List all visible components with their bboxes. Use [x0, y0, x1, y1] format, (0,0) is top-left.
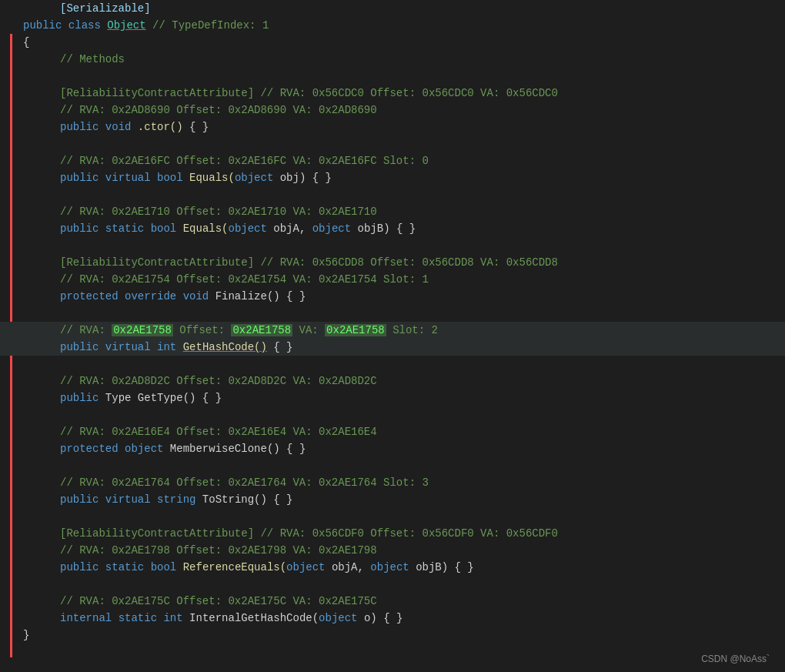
token: protected [60, 443, 119, 455]
code-line [0, 237, 785, 254]
line-content [23, 409, 60, 421]
code-line: // RVA: 0x2AE1798 Offset: 0x2AE1798 VA: … [0, 542, 785, 559]
token: VA: [292, 324, 325, 336]
code-line: // RVA: 0x2AE16E4 Offset: 0x2AE16E4 VA: … [0, 423, 785, 440]
line-content: public static bool ReferenceEquals(objec… [23, 561, 474, 573]
code-line: public Type GetType() { } [0, 389, 785, 406]
line-content [23, 358, 60, 370]
code-line: { [0, 34, 785, 51]
code-line: protected object MemberwiseClone() { } [0, 440, 785, 457]
token: // RVA: [60, 324, 112, 336]
code-line: public virtual int GetHashCode() { } [0, 339, 785, 356]
code-line: public static bool Equals(object objA, o… [0, 220, 785, 237]
code-line: // RVA: 0x2AD8690 Offset: 0x2AD8690 VA: … [0, 102, 785, 119]
token: // RVA: 0x2AE16FC Offset: 0x2AE16FC VA: … [60, 155, 429, 167]
token: // RVA: 0x2AE175C Offset: 0x2AE175C VA: … [60, 595, 377, 607]
line-content [23, 138, 60, 150]
token [99, 222, 105, 235]
token: { } [183, 121, 209, 133]
token: internal [60, 612, 112, 624]
token: ToString() { } [195, 493, 292, 506]
line-content: [Serializable] [23, 2, 151, 15]
token: // TypeDefIndex: 1 [146, 19, 269, 32]
token [176, 222, 182, 235]
code-line: protected override void Finalize() { } [0, 288, 785, 305]
token: protected [60, 290, 119, 303]
code-line [0, 576, 785, 593]
code-line: // RVA: 0x2AE1758 Offset: 0x2AE1758 VA: … [0, 322, 785, 339]
line-content [23, 307, 60, 319]
code-line: public void .ctor() { } [0, 119, 785, 135]
token: Equals( [189, 172, 235, 184]
code-line [0, 135, 785, 152]
code-line [0, 457, 785, 474]
code-line: // RVA: 0x2AE1764 Offset: 0x2AE1764 VA: … [0, 474, 785, 491]
token: // RVA: 0x2AE1710 Offset: 0x2AE1710 VA: … [60, 206, 377, 218]
code-line: public static bool ReferenceEquals(objec… [0, 559, 785, 576]
token [101, 19, 107, 32]
line-content: // RVA: 0x2AE1758 Offset: 0x2AE1758 VA: … [23, 324, 438, 336]
token [151, 341, 157, 353]
code-container: [Serializable]public class Object // Typ… [0, 0, 785, 672]
token: MemberwiseClone() { } [163, 443, 306, 455]
line-content: [ReliabilityContractAttribute] // RVA: 0… [23, 87, 558, 99]
line-content: // RVA: 0x2AE16FC Offset: 0x2AE16FC VA: … [23, 155, 429, 167]
line-content: [ReliabilityContractAttribute] // RVA: 0… [23, 256, 558, 269]
token [144, 222, 150, 235]
line-content: // RVA: 0x2AD8690 Offset: 0x2AD8690 VA: … [23, 104, 377, 116]
token [183, 172, 189, 184]
token [99, 561, 105, 573]
code-line: // RVA: 0x2AE175C Offset: 0x2AE175C VA: … [0, 593, 785, 610]
token: objA, [267, 222, 312, 235]
token: // RVA: 0x2AE1798 Offset: 0x2AE1798 VA: … [60, 544, 377, 557]
code-line: public virtual string ToString() { } [0, 491, 785, 508]
code-line: [ReliabilityContractAttribute] // RVA: 0… [0, 254, 785, 271]
token: Equals( [183, 222, 229, 235]
token: int [157, 341, 176, 353]
token [176, 341, 182, 353]
line-content: // RVA: 0x2AD8D2C Offset: 0x2AD8D2C VA: … [23, 375, 377, 387]
token: public [60, 222, 99, 235]
token [99, 121, 105, 133]
code-line [0, 356, 785, 373]
token: [ReliabilityContractAttribute] // RVA: 0… [60, 256, 558, 269]
token: // Methods [60, 53, 125, 65]
line-content: public virtual bool Equals(object obj) {… [23, 172, 332, 184]
token: Type GetType() { } [99, 392, 222, 404]
token: Slot: 2 [386, 324, 438, 336]
token: class [68, 19, 101, 32]
token: // RVA: 0x2AE16E4 Offset: 0x2AE16E4 VA: … [60, 426, 377, 438]
token: public [60, 172, 99, 184]
token [119, 290, 125, 303]
line-content: // Methods [23, 53, 125, 65]
token: obj) { } [273, 172, 332, 184]
token [131, 121, 137, 133]
token [99, 172, 105, 184]
line-content: // RVA: 0x2AE1754 Offset: 0x2AE1754 VA: … [23, 273, 429, 286]
token: public [23, 19, 62, 32]
code-line: public class Object // TypeDefIndex: 1 [0, 17, 785, 34]
token: object [228, 222, 266, 235]
line-content: public static bool Equals(object objA, o… [23, 222, 416, 235]
token: virtual [105, 172, 151, 184]
token: object [319, 612, 357, 624]
token: [Serializable] [60, 2, 151, 15]
token: 0x2AE1758 [231, 324, 292, 336]
token [112, 612, 118, 624]
token: Object [107, 19, 145, 32]
token: o) { } [358, 612, 403, 624]
line-content: // RVA: 0x2AE1764 Offset: 0x2AE1764 VA: … [23, 476, 429, 489]
code-line [0, 68, 785, 85]
token: bool [151, 561, 177, 573]
token [62, 19, 68, 32]
token [151, 172, 157, 184]
line-content [23, 578, 60, 590]
line-content: internal static int InternalGetHashCode(… [23, 612, 403, 624]
token: InternalGetHashCode( [183, 612, 319, 624]
token: virtual [105, 341, 151, 353]
token: .ctor() [138, 121, 183, 133]
line-content [23, 510, 60, 523]
token: 0x2AE1758 [325, 324, 386, 336]
code-line [0, 406, 785, 423]
token: public [60, 561, 99, 573]
